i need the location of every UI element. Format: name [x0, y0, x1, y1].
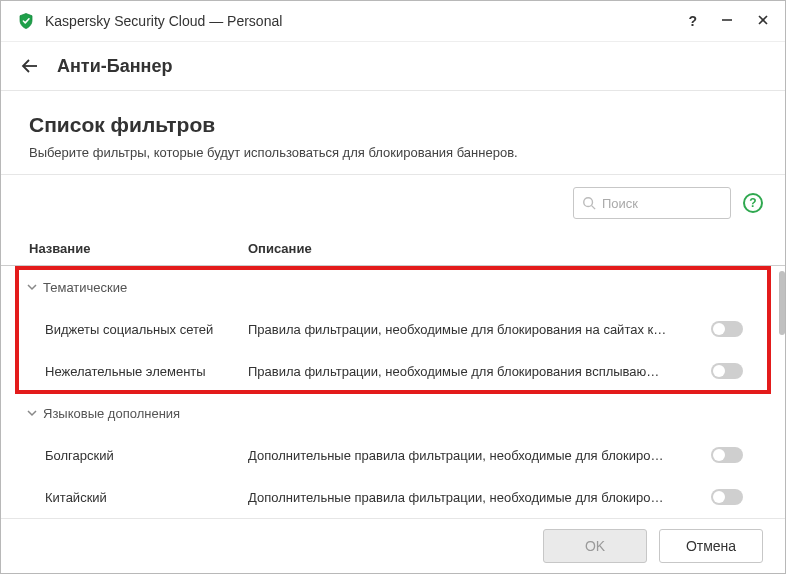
scrollbar-thumb[interactable] [779, 271, 785, 335]
column-header-name: Название [23, 241, 248, 256]
filter-row[interactable]: Виджеты социальных сетей Правила фильтра… [1, 308, 785, 350]
minimize-button[interactable] [721, 13, 733, 29]
table-header: Название Описание [1, 231, 785, 266]
filter-toggle[interactable] [711, 489, 743, 505]
filter-toggle[interactable] [711, 363, 743, 379]
search-input[interactable] [602, 196, 722, 211]
app-window: Kaspersky Security Cloud — Personal ? Ан… [0, 0, 786, 574]
filter-name: Китайский [23, 490, 248, 505]
close-button[interactable] [757, 13, 769, 29]
app-title: Kaspersky Security Cloud — Personal [45, 13, 688, 29]
cancel-button[interactable]: Отмена [659, 529, 763, 563]
content-header: Список фильтров Выберите фильтры, которы… [1, 91, 785, 174]
ok-button[interactable]: OK [543, 529, 647, 563]
toolbar: ? [1, 174, 785, 231]
filter-description: Дополнительные правила фильтрации, необх… [248, 490, 711, 505]
filter-row[interactable]: Болгарский Дополнительные правила фильтр… [1, 434, 785, 476]
column-header-description: Описание [248, 241, 711, 256]
titlebar: Kaspersky Security Cloud — Personal ? [1, 1, 785, 42]
window-controls: ? [688, 13, 769, 29]
filter-description: Дополнительные правила фильтрации, необх… [248, 448, 711, 463]
app-logo-icon [17, 12, 35, 30]
section-title: Анти-Баннер [57, 56, 172, 77]
page-subtitle: Выберите фильтры, которые будут использо… [29, 145, 757, 160]
table-body: Тематические Виджеты социальных сетей Пр… [1, 266, 785, 518]
filter-description: Правила фильтрации, необходимые для блок… [248, 322, 711, 337]
filter-description: Правила фильтрации, необходимые для блок… [248, 364, 711, 379]
page-heading: Список фильтров [29, 113, 757, 137]
group-row-thematic[interactable]: Тематические [1, 266, 785, 308]
chevron-down-icon [23, 408, 41, 418]
group-row-language[interactable]: Языковые дополнения [1, 392, 785, 434]
filter-row[interactable]: Нежелательные элементы Правила фильтраци… [1, 350, 785, 392]
group-label: Тематические [43, 280, 127, 295]
filter-toggle[interactable] [711, 447, 743, 463]
search-box[interactable] [573, 187, 731, 219]
help-button[interactable]: ? [688, 13, 697, 29]
chevron-down-icon [23, 282, 41, 292]
filter-name: Болгарский [23, 448, 248, 463]
filter-toggle[interactable] [711, 321, 743, 337]
filter-row[interactable]: Китайский Дополнительные правила фильтра… [1, 476, 785, 518]
svg-line-5 [592, 206, 596, 210]
search-icon [582, 196, 596, 210]
section-header: Анти-Баннер [1, 42, 785, 91]
svg-point-4 [584, 198, 593, 207]
back-button[interactable] [21, 57, 39, 75]
filter-name: Нежелательные элементы [23, 364, 248, 379]
group-label: Языковые дополнения [43, 406, 180, 421]
dialog-footer: OK Отмена [1, 518, 785, 573]
filter-name: Виджеты социальных сетей [23, 322, 248, 337]
context-help-icon[interactable]: ? [743, 193, 763, 213]
